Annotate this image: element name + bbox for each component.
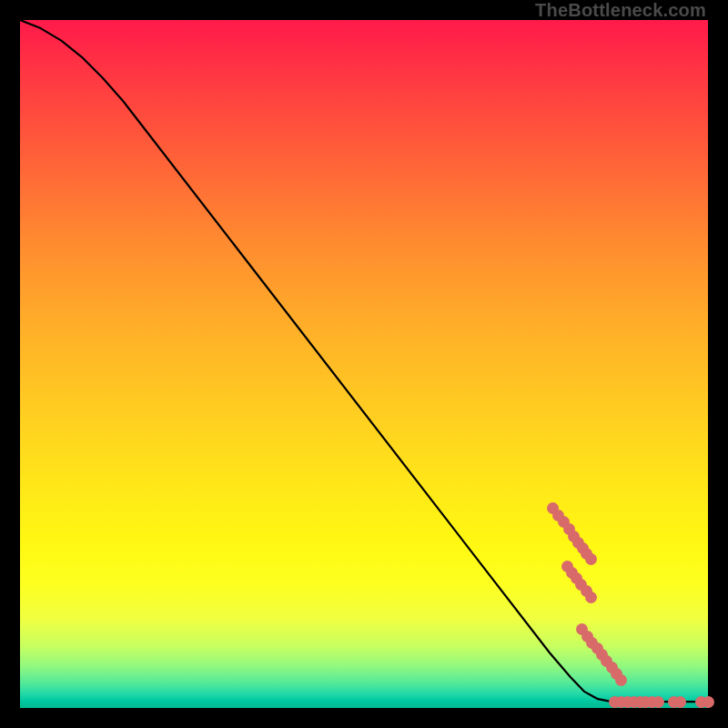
chart-curve <box>20 20 708 708</box>
chart-point <box>674 696 686 708</box>
chart-point <box>585 592 597 603</box>
chart-point <box>615 674 627 686</box>
chart-point <box>703 696 714 708</box>
watermark-text: TheBottleneck.com <box>535 0 706 21</box>
chart-container <box>20 20 708 708</box>
chart-point <box>652 696 664 708</box>
